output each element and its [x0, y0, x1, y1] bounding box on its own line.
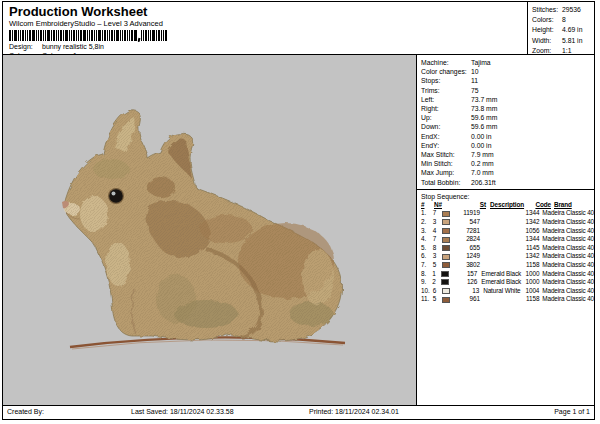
stop-row-needle: 1 — [432, 270, 441, 279]
stop-row-needle: 3 — [433, 218, 442, 227]
machine-row-value: 59.6 mm — [471, 122, 497, 131]
color-swatch — [441, 279, 449, 285]
stop-row-swatch-cell — [442, 211, 453, 217]
stop-sequence-title: Stop Sequence: — [421, 192, 594, 201]
machine-row-label: Right: — [421, 104, 471, 113]
machine-row-label: Down: — [421, 122, 471, 131]
stop-row-index: 9. — [421, 278, 432, 287]
machine-row: Trims: 75 — [417, 86, 594, 95]
machine-row-value: 7.9 mm — [471, 150, 494, 159]
created-by-label: Created By: — [7, 406, 44, 418]
stop-sequence-row: 7. 5 3802 1158 Madeira Classic 40 — [421, 261, 594, 270]
stop-row-swatch-cell — [441, 271, 451, 277]
stop-row-swatch-cell — [442, 219, 453, 225]
page-title: Production Worksheet — [9, 5, 527, 18]
stat-row: Stitches: 29536 — [532, 5, 592, 15]
stop-row-code: 1342 — [520, 252, 539, 261]
stop-row-brand: Madeira Classic 40 — [539, 295, 594, 304]
stop-row-code: 1158 — [520, 261, 539, 270]
machine-row-value: Tajima — [471, 58, 491, 67]
stop-row-code: 1158 — [520, 295, 539, 304]
stop-row-stitches: 126 — [451, 278, 477, 287]
stop-row-needle: 6 — [433, 287, 442, 296]
stop-row-code: 1344 — [520, 235, 539, 244]
machine-settings: Machine: Tajima Color changes: 10 Stops:… — [417, 55, 594, 189]
machine-row: Max Stitch: 7.9 mm — [417, 150, 594, 159]
stop-row-swatch-cell — [442, 237, 453, 243]
printed-text: Printed: 18/11/2024 02.34.01 — [309, 406, 399, 418]
stop-row-brand: Madeira Classic 40 — [539, 244, 594, 253]
bunny-svg — [56, 109, 358, 357]
machine-row: Total Bobbin: 206.31ft — [417, 178, 594, 187]
stop-row-code: 1000 — [521, 278, 539, 287]
stop-row-swatch-cell — [442, 297, 453, 303]
bunny-embroidery-image — [56, 109, 358, 357]
stop-row-index: 2. — [421, 218, 433, 227]
worksheet-page: Production Worksheet Wilcom EmbroiderySt… — [2, 1, 595, 420]
stop-row-brand: Madeira Classic 40 — [539, 209, 594, 218]
stop-row-stitches: 3802 — [453, 261, 480, 270]
stop-sequence-row: 3. 4 7281 1056 Madeira Classic 40 — [421, 227, 594, 236]
stat-row: Colors: 8 — [532, 15, 592, 25]
color-swatch — [442, 211, 450, 217]
stat-label: Colors: — [532, 15, 562, 25]
stop-row-needle: 7 — [433, 235, 442, 244]
machine-row-label: Max Jump: — [421, 168, 471, 177]
stop-row-code: 1342 — [520, 218, 539, 227]
machine-row-value: 0.2 mm — [471, 159, 494, 168]
stat-row: Width: 5.81 in — [532, 36, 592, 46]
color-swatch — [442, 237, 450, 243]
column-header-index: # — [421, 201, 434, 210]
machine-row-value: 75 — [471, 86, 479, 95]
column-header-code: Code — [530, 201, 551, 210]
stop-row-code: 1004 — [521, 287, 540, 296]
color-swatch — [442, 297, 450, 303]
stop-row-needle: 2 — [432, 278, 441, 287]
stop-row-brand: Madeira Classic 40 — [539, 270, 594, 279]
machine-row-label: EndX: — [421, 132, 471, 141]
stop-sequence-row: 10. 6 13 Natural White 1004 Madeira Clas… — [421, 287, 594, 296]
stop-row-index: 7. — [421, 261, 433, 270]
stop-row-needle: 4 — [433, 227, 442, 236]
design-canvas — [3, 55, 416, 406]
stop-row-brand: Madeira Classic 40 — [539, 252, 594, 261]
stop-row-swatch-cell — [442, 262, 453, 268]
stat-value: 8 — [562, 15, 566, 25]
stop-sequence-row: 1. 7 11919 1344 Madeira Classic 40 — [421, 209, 594, 218]
stop-row-needle: 3 — [433, 252, 442, 261]
machine-row-value: 0.00 in — [471, 141, 491, 150]
machine-row-label: Min Stitch: — [421, 159, 471, 168]
machine-row: Down: 59.6 mm — [417, 122, 594, 131]
footer: Created By: Last Saved: 18/11/2024 02.33… — [3, 405, 594, 419]
stop-row-brand: Madeira Classic 40 — [539, 287, 594, 296]
color-swatch — [442, 254, 450, 260]
machine-row: EndX: 0.00 in — [417, 132, 594, 141]
stat-label: Width: — [532, 36, 562, 46]
machine-row-label: Up: — [421, 113, 471, 122]
stop-row-stitches: 2824 — [453, 235, 480, 244]
app-subtitle: Wilcom EmbroideryStudio – Level 3 Advanc… — [9, 20, 527, 28]
stop-row-description: Emerald Black — [477, 270, 521, 279]
machine-row-value: 11 — [471, 76, 478, 85]
main-area: Machine: Tajima Color changes: 10 Stops:… — [3, 55, 594, 406]
machine-row: Stops: 11 — [417, 76, 594, 85]
stop-row-stitches: 961 — [453, 295, 480, 304]
stop-row-code: 1056 — [520, 227, 539, 236]
column-header-description: Description — [486, 201, 530, 210]
stop-row-brand: Madeira Classic 40 — [539, 235, 594, 244]
stop-row-swatch-cell — [442, 228, 453, 234]
stat-label: Stitches: — [532, 5, 562, 15]
stop-row-needle: 7 — [433, 209, 442, 218]
column-header-brand: Brand — [551, 201, 594, 210]
stop-sequence-section: Stop Sequence: # N# St Description Code … — [417, 189, 594, 304]
machine-row: Min Stitch: 0.2 mm — [417, 159, 594, 168]
stop-row-swatch-cell — [442, 254, 453, 260]
page-number: Page 1 of 1 — [554, 406, 590, 418]
stop-row-stitches: 157 — [451, 270, 477, 279]
stop-row-index: 11. — [421, 295, 433, 304]
stop-row-brand: Madeira Classic 40 — [539, 218, 594, 227]
stop-row-brand: Madeira Classic 40 — [539, 278, 594, 287]
machine-row-label: Total Bobbin: — [421, 178, 471, 187]
stop-row-description: Natural White — [479, 287, 520, 296]
machine-row-label: Stops: — [421, 76, 471, 85]
